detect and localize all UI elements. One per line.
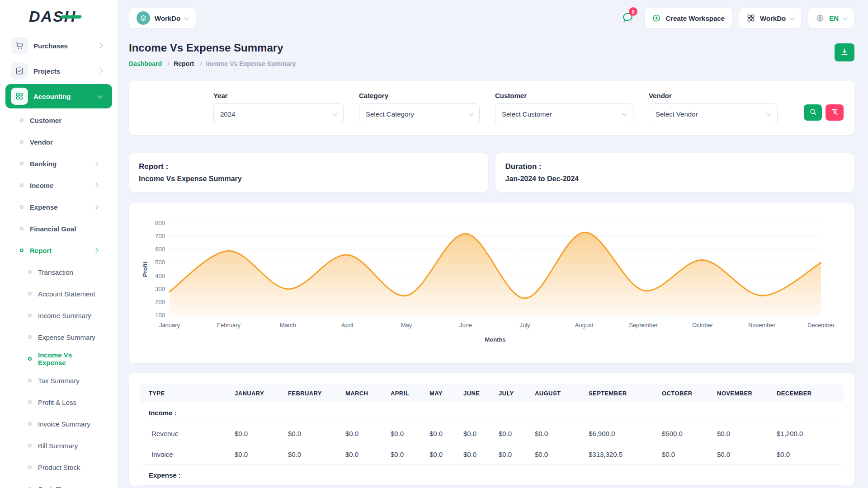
table-cell: $0.0	[657, 444, 712, 465]
search-icon	[809, 108, 817, 117]
bullet-icon	[28, 400, 32, 404]
bullet-icon	[20, 140, 24, 144]
app-logo[interactable]: DASH	[0, 0, 118, 33]
sidebar-subitem-customer[interactable]: Customer	[0, 109, 118, 131]
sidebar-subitem-vendor[interactable]: Vendor	[0, 131, 118, 153]
download-icon	[840, 47, 849, 58]
customer-select[interactable]: Select Customer	[495, 103, 633, 124]
duration-card-title: Duration :	[505, 162, 845, 171]
logo-accent-icon	[60, 15, 82, 19]
table-column-header: APRIL	[386, 384, 425, 403]
sidebar-subitem-income-vs-expense[interactable]: Income Vs Expense	[0, 348, 118, 370]
customer-select-value: Select Customer	[502, 110, 552, 118]
sidebar-subitem-label: Tax Summary	[38, 377, 80, 385]
bullet-icon	[20, 249, 24, 252]
category-icon	[11, 88, 28, 105]
bullet-icon	[28, 357, 32, 361]
svg-text:December: December	[807, 322, 835, 328]
language-selector[interactable]: EN	[808, 8, 854, 28]
table-cell: $0.0	[230, 423, 283, 444]
category-label: Category	[359, 92, 480, 99]
sidebar-subitem-transaction[interactable]: Transaction	[0, 261, 118, 283]
duration-card-value: Jan-2024 to Dec-2024	[505, 175, 845, 183]
svg-text:100: 100	[155, 312, 165, 319]
create-workspace-label: Create Workspace	[665, 14, 725, 22]
chevron-down-icon	[622, 111, 627, 116]
summary-cards: Report : Income Vs Expense Summary Durat…	[129, 153, 854, 192]
sidebar-subitem-expense[interactable]: Expense	[0, 196, 118, 218]
report-table-card: TYPEJANUARYFEBRUARYMARCHAPRILMAYJUNEJULY…	[129, 373, 854, 486]
bullet-icon	[28, 444, 32, 447]
svg-text:Profit: Profit	[142, 261, 148, 277]
report-card-title: Report :	[139, 162, 478, 171]
chevron-right-icon	[166, 62, 170, 66]
tasks-icon	[11, 62, 28, 80]
sidebar-subitem-account-statement[interactable]: Account Statement	[0, 283, 118, 305]
create-workspace-button[interactable]: Create Workspace	[644, 8, 732, 28]
reset-filter-button[interactable]	[826, 104, 844, 121]
filter-card: Year 2024 Category Select Category Custo…	[129, 81, 854, 135]
sidebar-subitem-label: Income Summary	[38, 312, 91, 319]
sidebar-subitem-cash-flow[interactable]: Cash Flow	[0, 478, 118, 488]
chevron-down-icon	[184, 15, 189, 20]
sidebar-subitem-bill-summary[interactable]: Bill Summary	[0, 435, 118, 456]
sidebar-item-purchases[interactable]: Purchases	[5, 33, 112, 58]
duration-summary-card: Duration : Jan-2024 to Dec-2024	[495, 153, 855, 192]
svg-text:200: 200	[155, 299, 165, 305]
chevron-down-icon	[766, 111, 771, 116]
filter-off-icon	[831, 108, 839, 117]
workdo-menu-button[interactable]: WorkDo	[739, 8, 802, 28]
sidebar-subitem-invoice-summary[interactable]: Invoice Summary	[0, 413, 118, 435]
download-report-button[interactable]	[835, 43, 854, 61]
chevron-right-icon	[93, 204, 98, 209]
apply-filter-button[interactable]	[804, 104, 822, 121]
sidebar-subitem-tax-summary[interactable]: Tax Summary	[0, 370, 118, 391]
category-select[interactable]: Select Category	[359, 103, 480, 124]
filter-year: Year 2024	[213, 92, 344, 124]
sidebar-subitem-label: Transaction	[38, 268, 73, 276]
messages-button[interactable]: 0	[617, 8, 638, 28]
report-summary-card: Report : Income Vs Expense Summary	[129, 153, 488, 192]
breadcrumb-dashboard-link[interactable]: Dashboard	[129, 60, 162, 67]
table-row-label: Revenue	[140, 423, 230, 444]
sidebar-subitem-report[interactable]: Report	[0, 239, 118, 261]
table-column-header: NOVEMBER	[712, 384, 772, 403]
year-select[interactable]: 2024	[213, 103, 344, 124]
svg-text:Months: Months	[485, 336, 505, 343]
report-card-value: Income Vs Expense Summary	[139, 175, 478, 183]
sidebar-subitem-financial-goal[interactable]: Financial Goal	[0, 218, 118, 239]
breadcrumb-current: Income Vs Expense Summary	[206, 60, 296, 67]
sidebar-item-projects[interactable]: Projects	[5, 59, 112, 83]
header-actions: 0 Create Workspace WorkDo EN	[617, 8, 854, 28]
sidebar-subitem-label: Banking	[30, 160, 57, 168]
sidebar-subitem-label: Customer	[30, 117, 61, 124]
sidebar-subitem-profit-loss[interactable]: Profit & Loss	[0, 391, 118, 413]
table-cell: $0.0	[530, 444, 584, 465]
breadcrumb-report-link[interactable]: Report	[174, 60, 194, 67]
table-column-header: JANUARY	[230, 384, 283, 403]
year-select-value: 2024	[220, 110, 235, 118]
sidebar-subitem-label: Vendor	[30, 138, 53, 146]
svg-text:July: July	[519, 322, 530, 328]
table-column-header: MAY	[425, 384, 459, 403]
sidebar-subitem-income[interactable]: Income	[0, 174, 118, 196]
svg-text:November: November	[748, 322, 776, 328]
sidebar-subitem-income-summary[interactable]: Income Summary	[0, 305, 118, 326]
sidebar-subitem-product-stock[interactable]: Product Stock	[0, 456, 118, 478]
svg-text:700: 700	[155, 233, 165, 239]
vendor-select[interactable]: Select Vendor	[649, 103, 778, 124]
breadcrumb: Dashboard Report Income Vs Expense Summa…	[129, 60, 296, 67]
sidebar-subitem-expense-summary[interactable]: Expense Summary	[0, 326, 118, 348]
top-header: WorkDo 0 Create Workspace WorkDo	[129, 0, 854, 32]
chevron-right-icon	[98, 43, 103, 48]
workspace-name: WorkDo	[155, 14, 180, 22]
sidebar-subitem-label: Financial Goal	[30, 225, 76, 233]
income-expense-table: TYPEJANUARYFEBRUARYMARCHAPRILMAYJUNEJULY…	[140, 384, 844, 486]
table-row: Invoice$0.0$0.0$0.0$0.0$0.0$0.0$0.0$0.0$…	[140, 444, 844, 465]
svg-text:April: April	[341, 322, 353, 328]
table-cell: $500.0	[657, 423, 712, 444]
sidebar-subitem-banking[interactable]: Banking	[0, 153, 118, 174]
bullet-icon	[28, 335, 32, 339]
sidebar-item-accounting[interactable]: Accounting	[5, 84, 112, 108]
workspace-selector[interactable]: WorkDo	[129, 8, 196, 28]
